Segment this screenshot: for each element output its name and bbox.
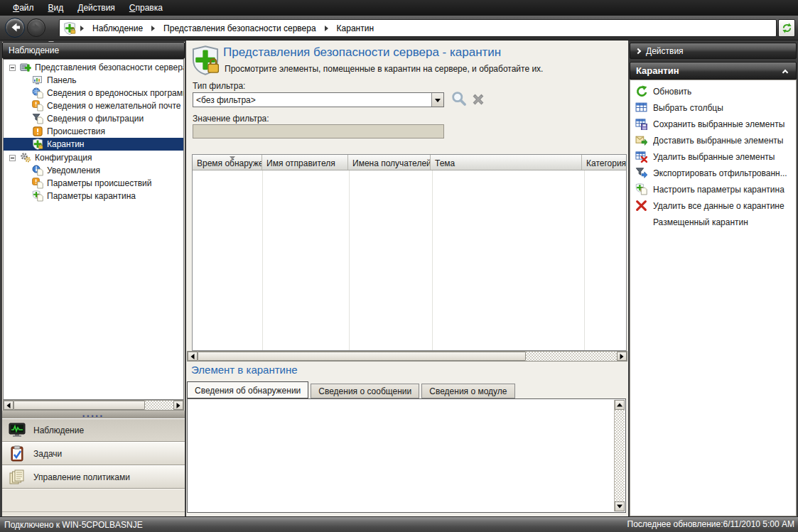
tree-item-quarantine[interactable]: Карантин	[4, 138, 183, 151]
forward-button[interactable]	[27, 18, 45, 37]
table-body-empty[interactable]	[193, 170, 626, 350]
incident-options-icon	[32, 178, 43, 189]
policy-management-icon	[8, 469, 26, 486]
refresh-arrows-icon	[781, 22, 793, 34]
refresh-view-button[interactable]	[778, 19, 795, 37]
navigation-panel-header: Наблюдение	[2, 42, 185, 59]
tree-item-dashboard[interactable]: Панель	[4, 74, 183, 87]
menu-view[interactable]: Вид	[41, 1, 71, 16]
notifications-icon	[32, 165, 43, 176]
apply-filter-search-icon[interactable]	[451, 91, 467, 107]
security-views-icon	[20, 62, 31, 73]
breadcrumb-quarantine[interactable]: Карантин	[333, 22, 378, 35]
detail-tabs: Сведения об обнаружении Сведения о сообщ…	[187, 381, 515, 398]
detail-vertical-scrollbar[interactable]	[614, 400, 625, 511]
scroll-right-button[interactable]	[617, 352, 627, 361]
scroll-right-button[interactable]	[173, 401, 183, 410]
breadcrumb-monitoring[interactable]: Наблюдение	[88, 22, 147, 35]
menu-actions[interactable]: Действия	[70, 1, 122, 16]
action-save-selected[interactable]: Сохранить выбранные элементы	[630, 116, 796, 132]
menu-help[interactable]: Справка	[122, 1, 170, 16]
choose-columns-icon	[635, 102, 647, 114]
filter-type-select[interactable]: <без фильтра>	[193, 92, 444, 107]
action-configure-quarantine-options[interactable]: Настроить параметры карантина	[630, 181, 796, 197]
tree-item-malware-details[interactable]: Сведения о вредоносных программах	[4, 87, 183, 99]
quarantine-shield-icon	[32, 139, 43, 150]
filtering-details-icon	[32, 113, 43, 124]
action-hosted-quarantine[interactable]: Размещенный карантин	[630, 214, 796, 230]
collapse-expander[interactable]	[9, 155, 16, 161]
tree-item-label: Сведения о фильтрации	[43, 114, 144, 124]
tab-message-details[interactable]: Сведения о сообщении	[311, 384, 419, 398]
tab-detection-details[interactable]: Сведения об обнаружении	[187, 381, 308, 398]
scrollbar-thumb[interactable]	[14, 401, 145, 410]
quarantine-actions-title: Карантин	[636, 65, 679, 76]
action-deliver-selected[interactable]: Доставить выбранные элементы	[630, 132, 796, 148]
scroll-down-button[interactable]	[615, 501, 625, 511]
scrollbar-track[interactable]	[615, 410, 625, 501]
action-export-filtered[interactable]: Экспортировать отфильтрованн...	[630, 165, 796, 181]
action-delete-all-quarantine-data[interactable]: Удалить все данные о карантине	[630, 197, 796, 214]
menu-file[interactable]: Файл	[6, 1, 41, 16]
tree-item-label: Панель	[43, 75, 76, 85]
tasks-icon	[8, 445, 26, 462]
tree-item-label: Параметры карантина	[43, 191, 136, 201]
page-subtitle: Просмотрите элементы, помещенные в каран…	[225, 64, 543, 74]
quarantine-items-table: Время обнаружения Имя отправителя Имена …	[192, 154, 627, 351]
combo-dropdown-button[interactable]	[431, 93, 443, 107]
column-header-subject[interactable]: Тема	[431, 155, 582, 170]
tree-item-quarantine-options[interactable]: Параметры карантина	[4, 190, 183, 202]
application-window: Файл Вид Действия Справка Наблюдение Пре…	[0, 0, 798, 532]
action-refresh[interactable]: Обновить	[630, 83, 796, 99]
tree-horizontal-scrollbar[interactable]	[3, 400, 184, 411]
action-label: Сохранить выбранные элементы	[653, 119, 784, 129]
configuration-gears-icon	[20, 152, 31, 163]
actions-panel-header[interactable]: Действия	[630, 43, 797, 59]
scrollbar-thumb[interactable]	[198, 352, 526, 361]
column-header-detection-time[interactable]: Время обнаружения	[193, 155, 262, 170]
back-button[interactable]	[5, 18, 25, 38]
scroll-left-button[interactable]	[188, 352, 198, 361]
nav-button-label: Наблюдение	[33, 425, 84, 435]
scroll-left-button[interactable]	[4, 401, 14, 410]
action-delete-selected[interactable]: Удалить выбранные элементы	[630, 148, 796, 165]
breadcrumb-server-security-views[interactable]: Представления безопасности сервера	[159, 22, 320, 35]
action-label: Настроить параметры карантина	[653, 185, 784, 195]
tree-item-incident-options[interactable]: Параметры происшествий	[4, 177, 183, 190]
tree-item-server-security-views[interactable]: Представления безопасности сервера	[4, 61, 183, 74]
address-breadcrumb-bar: Наблюдение Представления безопасности се…	[59, 19, 777, 37]
tree-item-incidents[interactable]: Происшествия	[4, 125, 183, 138]
action-label: Доставить выбранные элементы	[653, 136, 783, 146]
scrollbar-track[interactable]	[526, 352, 617, 361]
collapse-expander[interactable]	[9, 65, 16, 71]
navigation-buttons: Наблюдение Задачи Управление пол	[2, 418, 185, 516]
refresh-icon	[635, 85, 647, 97]
tree-item-filtering-details[interactable]: Сведения о фильтрации	[4, 112, 183, 125]
scroll-up-button[interactable]	[615, 400, 625, 410]
action-label: Удалить выбранные элементы	[653, 152, 775, 162]
action-label: Выбрать столбцы	[653, 103, 723, 113]
column-header-recipient-names[interactable]: Имена получателей	[348, 155, 431, 170]
tree-item-spam-details[interactable]: Сведения о нежелательной почте	[4, 99, 183, 112]
column-header-sender-name[interactable]: Имя отправителя	[262, 155, 348, 170]
nav-button-policy-management[interactable]: Управление политиками	[2, 465, 185, 489]
nav-button-tasks[interactable]: Задачи	[2, 442, 185, 465]
tree-item-notifications[interactable]: Уведомления	[4, 164, 183, 177]
quarantine-actions-header[interactable]: Карантин	[630, 62, 797, 80]
table-horizontal-scrollbar[interactable]	[187, 351, 627, 362]
tab-engine-details[interactable]: Сведения о модуле	[421, 384, 514, 398]
column-header-category[interactable]: Категория	[582, 155, 627, 170]
panel-splitter-handle[interactable]	[2, 411, 185, 418]
action-choose-columns[interactable]: Выбрать столбцы	[630, 99, 796, 116]
connection-status: Подключено к WIN-5CPOLBASNJE	[0, 520, 143, 530]
filter-value-label: Значение фильтра:	[193, 114, 269, 124]
detail-text-area[interactable]	[187, 398, 626, 513]
nav-button-monitoring[interactable]: Наблюдение	[2, 418, 185, 442]
page-title: Представления безопасности сервера - кар…	[223, 45, 501, 60]
clear-filter-icon[interactable]	[470, 92, 486, 107]
last-update-status: Последнее обновление:6/11/2010 5:00 AM	[627, 519, 795, 529]
deliver-selected-icon	[635, 134, 647, 146]
tree-item-configuration[interactable]: Конфигурация	[4, 151, 183, 164]
tree-item-label: Параметры происшествий	[43, 178, 151, 188]
scrollbar-track[interactable]	[145, 401, 173, 410]
